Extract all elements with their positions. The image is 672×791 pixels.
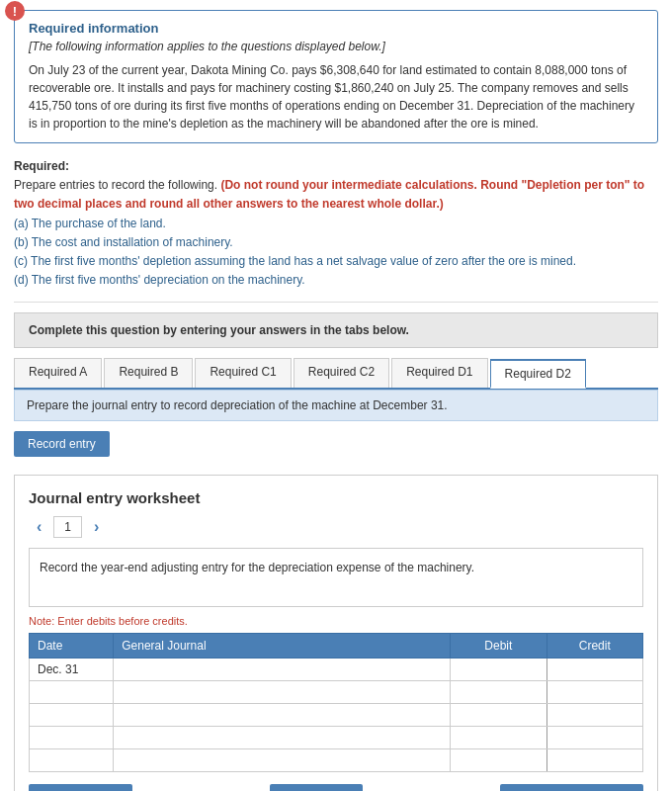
row4-gj[interactable]: [114, 727, 451, 749]
row3-gj[interactable]: [114, 704, 451, 727]
row1-date: Dec. 31: [30, 659, 114, 681]
worksheet-title: Journal entry worksheet: [29, 489, 643, 506]
next-arrow[interactable]: ›: [86, 516, 107, 538]
row5-date: [30, 749, 114, 772]
required-label: Required:: [14, 159, 69, 173]
view-general-journal-button[interactable]: View general journal: [500, 784, 643, 791]
tab-required-b[interactable]: Required B: [104, 358, 193, 388]
row2-debit[interactable]: [451, 681, 546, 704]
table-row: [30, 704, 643, 727]
row4-credit[interactable]: [546, 727, 642, 749]
worksheet-container: Journal entry worksheet ‹ 1 › Record the…: [14, 475, 658, 791]
table-row: [30, 727, 643, 749]
tab-required-d2[interactable]: Required D2: [490, 359, 586, 389]
info-box-body: On July 23 of the current year, Dakota M…: [29, 61, 643, 132]
row3-debit[interactable]: [451, 704, 546, 727]
tab-required-c2[interactable]: Required C2: [294, 358, 389, 388]
required-section: Required: Prepare entries to record the …: [14, 157, 658, 290]
table-row: [30, 681, 643, 704]
col-date: Date: [30, 634, 114, 659]
description-text: Record the year-end adjusting entry for …: [40, 561, 474, 574]
divider: [14, 302, 658, 303]
table-row: Dec. 31: [30, 659, 643, 681]
row1-credit[interactable]: [546, 659, 642, 681]
required-note: (Do not round your intermediate calculat…: [14, 178, 644, 211]
complete-box: Complete this question by entering your …: [14, 312, 658, 348]
journal-table: Date General Journal Debit Credit Dec. 3…: [29, 633, 643, 772]
row3-credit[interactable]: [546, 704, 642, 727]
info-icon: !: [5, 1, 25, 21]
row2-credit[interactable]: [546, 681, 642, 704]
tabs-container: Required A Required B Required C1 Requir…: [14, 358, 658, 390]
instruction-bar: Prepare the journal entry to record depr…: [14, 390, 658, 421]
nav-row: ‹ 1 ›: [29, 516, 643, 538]
action-buttons: Record entry Clear entry View general jo…: [29, 784, 643, 791]
row1-gj[interactable]: [114, 659, 451, 681]
nav-page-number: 1: [53, 516, 82, 538]
row4-debit[interactable]: [451, 727, 546, 749]
col-debit: Debit: [451, 634, 546, 659]
info-box: ! Required information [The following in…: [14, 10, 658, 143]
complete-box-text: Complete this question by entering your …: [29, 323, 409, 337]
row5-credit[interactable]: [546, 749, 642, 772]
row2-gj[interactable]: [114, 681, 451, 704]
row1-debit[interactable]: [451, 659, 546, 681]
record-entry-button[interactable]: Record entry: [29, 784, 132, 791]
view-transaction-list-button[interactable]: Record entry: [14, 431, 110, 457]
required-item-b: (b) The cost and installation of machine…: [14, 235, 233, 249]
tab-required-c1[interactable]: Required C1: [195, 358, 291, 388]
table-row: [30, 749, 643, 772]
info-box-subtitle: [The following information applies to th…: [29, 40, 643, 53]
row2-date: [30, 681, 114, 704]
col-general-journal: General Journal: [114, 634, 451, 659]
description-box: Record the year-end adjusting entry for …: [29, 548, 643, 607]
prev-arrow[interactable]: ‹: [29, 516, 49, 538]
info-box-title: Required information: [29, 21, 643, 36]
required-item-c: (c) The first five months' depletion ass…: [14, 254, 576, 268]
note-text: Note: Enter debits before credits.: [29, 615, 643, 627]
instruction-text: Prepare the journal entry to record depr…: [27, 398, 448, 412]
required-item-a: (a) The purchase of the land.: [14, 217, 166, 230]
required-item-d: (d) The first five months' depreciation …: [14, 273, 305, 287]
tab-required-a[interactable]: Required A: [14, 358, 102, 388]
row3-date: [30, 704, 114, 727]
clear-entry-button[interactable]: Clear entry: [270, 784, 364, 791]
row5-debit[interactable]: [451, 749, 546, 772]
row4-date: [30, 727, 114, 749]
row5-gj[interactable]: [114, 749, 451, 772]
tab-required-d1[interactable]: Required D1: [391, 358, 487, 388]
col-credit: Credit: [546, 634, 642, 659]
